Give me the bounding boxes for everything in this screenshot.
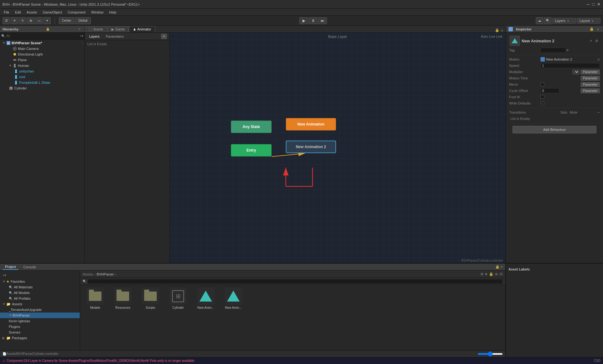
file-item-scripts[interactable]: Scripts xyxy=(138,287,163,309)
node-new-animation-2[interactable]: New Animation 2 xyxy=(286,141,336,153)
toolbar-rect-btn[interactable]: ▭ xyxy=(35,17,43,24)
tab-animator[interactable]: ♟ Animator xyxy=(129,26,155,32)
toolbar-rotate-btn[interactable]: ↻ xyxy=(19,17,26,24)
project-scenes[interactable]: Scenes xyxy=(0,329,80,335)
maximize-button[interactable]: □ xyxy=(592,2,595,7)
cloud-btn[interactable]: ☁ xyxy=(536,17,543,24)
inspector-mirror-checkbox[interactable] xyxy=(541,83,544,86)
node-entry[interactable]: Entry xyxy=(231,144,272,157)
project-kevin[interactable]: Kevin Iglesias xyxy=(0,318,80,324)
hierarchy-lock-icon[interactable]: 🔒 xyxy=(45,27,50,32)
inspector-tag-field[interactable] xyxy=(541,48,566,53)
project-assets[interactable]: ▼ 📁 Assets xyxy=(0,301,80,307)
inspector-multiplier-dropdown[interactable] xyxy=(573,70,579,74)
hierarchy-item-cylinder[interactable]: Cylinder xyxy=(0,85,84,91)
inspector-multiplier-parameter-btn[interactable]: Parameter xyxy=(581,70,600,74)
animator-menu-icon[interactable]: ≡ xyxy=(501,29,503,32)
hierarchy-menu-icon[interactable]: ≡ xyxy=(77,27,82,32)
project-grid-icon[interactable]: ⊞ xyxy=(481,272,483,276)
project-packages[interactable]: ▶ 📁 Packages xyxy=(0,335,80,341)
menu-gameobject[interactable]: GameObject xyxy=(40,10,65,15)
inspector-lock-icon[interactable]: 🔒 xyxy=(589,27,594,32)
project-all-models[interactable]: 🔍 All Models xyxy=(0,290,80,296)
breadcrumb-bvhparser[interactable]: BVHParser xyxy=(97,272,114,276)
global-btn[interactable]: Global xyxy=(75,17,91,24)
auto-live-link-btn[interactable]: Auto Live Link xyxy=(481,35,503,38)
inspector-foot-ik-checkbox[interactable] xyxy=(541,95,544,99)
node-any-state[interactable]: Any State xyxy=(231,120,272,133)
inspector-menu-icon[interactable]: ≡ xyxy=(595,27,600,32)
inspector-mute-btn[interactable]: Mute xyxy=(570,110,577,114)
project-plus-btn[interactable]: +▾ xyxy=(3,273,6,277)
console-tab[interactable]: Console xyxy=(21,265,38,270)
project-menu-icon[interactable]: ≡ xyxy=(501,265,503,269)
layers-add-btn[interactable]: + xyxy=(161,34,167,39)
project-terrain[interactable]: _TerrainAutoUpgrade xyxy=(0,307,80,313)
inspector-motion-target-icon[interactable]: ⊙ xyxy=(597,58,600,61)
inspector-cycle-offset-parameter-btn[interactable]: Parameter xyxy=(581,88,600,93)
file-item-resources[interactable]: Resources xyxy=(110,287,135,309)
inspector-speed-field[interactable] xyxy=(541,63,600,68)
parameters-tab[interactable]: Parameters xyxy=(104,34,126,39)
tab-game[interactable]: ▶ Game xyxy=(107,26,129,32)
search-btn[interactable]: 🔍 xyxy=(544,17,551,24)
project-all-materials[interactable]: 🔍 All Materials xyxy=(0,284,80,290)
project-plugins[interactable]: Plugins xyxy=(0,324,80,329)
node-new-animation[interactable]: New Animation xyxy=(286,118,336,131)
inspector-gear-icon[interactable]: ⚙ xyxy=(594,38,599,43)
hierarchy-add-btn[interactable]: +▾ xyxy=(80,34,83,38)
inspector-cycle-offset-field[interactable] xyxy=(541,88,559,93)
menu-help[interactable]: Help xyxy=(106,10,119,15)
animator-graph[interactable]: Base Layer Auto Live Link Any State xyxy=(170,33,506,263)
step-button[interactable]: ⏭ xyxy=(318,17,327,24)
project-bvhparser[interactable]: ▼ BVHParser xyxy=(0,313,80,318)
hierarchy-item-light[interactable]: Directional Light xyxy=(0,51,84,57)
menu-edit[interactable]: Edit xyxy=(13,10,24,15)
inspector-tag-dropdown-icon[interactable]: ▼ xyxy=(566,49,569,52)
pivot-btn[interactable]: Center xyxy=(59,17,74,24)
project-eye-icon[interactable]: 👁 xyxy=(495,272,498,276)
inspector-write-defaults-checkbox[interactable] xyxy=(541,101,544,105)
menu-file[interactable]: File xyxy=(1,10,12,15)
project-all-prefabs[interactable]: 🔍 All Prefabs xyxy=(0,296,80,301)
hierarchy-item-human[interactable]: ▼ Human xyxy=(0,63,84,68)
hierarchy-item-root[interactable]: root xyxy=(0,74,84,80)
project-favorites[interactable]: ▼ ★ Favorites xyxy=(0,279,80,284)
pause-button[interactable]: ⏸ xyxy=(309,17,318,24)
layout-dropdown[interactable]: Layout ▼ xyxy=(577,18,600,24)
play-button[interactable]: ▶ xyxy=(299,17,308,24)
toolbar-scale-btn[interactable]: ⊞ xyxy=(27,17,35,24)
add-behaviour-button[interactable]: Add Behaviour xyxy=(513,126,596,133)
hierarchy-item-plane[interactable]: Plane xyxy=(0,57,84,63)
project-lock2-icon[interactable]: 🔒 xyxy=(489,272,493,276)
minimize-button[interactable]: ─ xyxy=(587,2,589,7)
project-zoom-slider[interactable] xyxy=(478,353,503,355)
inspector-transitions-collapse-btn[interactable]: − xyxy=(597,110,600,115)
layers-dropdown[interactable]: Layers ▼ xyxy=(552,18,576,24)
hierarchy-item-scene[interactable]: ▼ S BVHParser Scene* ⋮ xyxy=(0,40,84,46)
toolbar-transform-btn[interactable]: ✦ xyxy=(43,17,51,24)
toolbar-hand-btn[interactable]: ☰ xyxy=(3,17,10,24)
tab-scene[interactable]: ⛶ Scene xyxy=(85,26,107,32)
project-lock-icon[interactable]: 🔒 xyxy=(495,265,500,269)
toolbar-move-btn[interactable]: ✛ xyxy=(11,17,18,24)
inspector-mirror-parameter-btn[interactable]: Parameter xyxy=(581,82,600,87)
file-item-newanim2[interactable]: New Anim... xyxy=(221,287,246,309)
layers-tab[interactable]: Layers xyxy=(87,34,101,39)
project-fav-icon[interactable]: ★ xyxy=(485,272,488,276)
animator-lock-icon[interactable]: 🔒 xyxy=(495,28,499,32)
file-item-models[interactable]: Models xyxy=(83,287,108,309)
inspector-name-arrow-icon[interactable]: ↗ xyxy=(588,38,593,43)
file-item-cylinder[interactable]: ⊞ Cylinder xyxy=(166,287,191,309)
project-tab[interactable]: Project xyxy=(3,264,18,270)
scene-menu-icon[interactable]: ⋮ xyxy=(81,41,84,45)
menu-component[interactable]: Component xyxy=(65,10,88,15)
menu-window[interactable]: Window xyxy=(89,10,106,15)
close-button[interactable]: ✕ xyxy=(597,2,600,7)
hierarchy-item-camera[interactable]: Main Camera xyxy=(0,46,84,51)
hierarchy-item-pumpkin[interactable]: Pumpkinlulk L Shaw xyxy=(0,80,84,85)
hierarchy-item-unitychan[interactable]: unitychan xyxy=(0,68,84,74)
menu-assets[interactable]: Assets xyxy=(24,10,40,15)
file-item-newanim1[interactable]: New Anim... xyxy=(193,287,218,309)
inspector-motion-time-parameter-btn[interactable]: Parameter xyxy=(581,76,600,81)
